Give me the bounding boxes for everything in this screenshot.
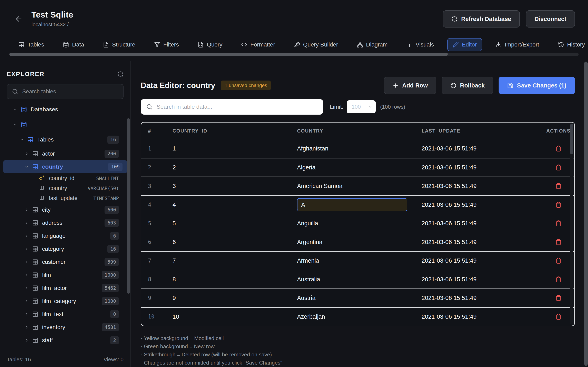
cell-country[interactable]: Austria	[297, 295, 422, 301]
tree-item-column-last-update[interactable]: last_updateTIMESTAMP	[0, 193, 130, 203]
delete-row-button[interactable]	[555, 164, 562, 171]
tab-diagram[interactable]: Diagram	[352, 38, 393, 51]
sidebar-scrollbar-thumb[interactable]	[127, 118, 130, 294]
rotate-ccw-icon	[450, 82, 457, 89]
delete-row-button[interactable]	[555, 295, 562, 301]
cell-last-update[interactable]: 2021-03-06 15:51:49	[422, 145, 546, 152]
tree-item-table-staff[interactable]: staff2	[0, 334, 130, 347]
table-row: 33American Samoa2021-03-06 15:51:49	[141, 176, 574, 195]
cell-country-id[interactable]: 1	[173, 145, 297, 152]
column-header-[interactable]: #	[148, 128, 173, 134]
tree-group-tables[interactable]: Tables16	[0, 132, 130, 147]
cell-country-id[interactable]: 7	[173, 257, 297, 264]
tab-query-builder[interactable]: Query Builder	[289, 38, 343, 51]
limit-select[interactable]: 100	[347, 100, 376, 113]
cell-country[interactable]: American Samoa	[297, 183, 422, 189]
cell-country[interactable]: Australia	[297, 276, 422, 283]
tree-item-table-address[interactable]: address603	[0, 216, 130, 229]
tab-filters[interactable]: Filters	[149, 38, 184, 51]
tree-item-table-inventory[interactable]: inventory4581	[0, 321, 130, 334]
cell-last-update[interactable]: 2021-03-06 15:51:49	[422, 183, 546, 189]
cell-last-update[interactable]: 2021-03-06 15:51:49	[422, 257, 546, 264]
delete-row-button[interactable]	[555, 314, 562, 320]
cell-edit-value: A	[301, 201, 305, 208]
disconnect-button[interactable]: Disconnect	[526, 10, 575, 27]
cell-country-id[interactable]: 4	[173, 201, 297, 208]
tab-tables[interactable]: Tables	[13, 38, 49, 51]
table-data-search-input[interactable]: Search in table data...	[141, 99, 323, 115]
add-row-button[interactable]: Add Row	[384, 77, 437, 94]
tab-editor[interactable]: Editor	[447, 38, 482, 51]
cell-country[interactable]: Armenia	[297, 257, 422, 264]
tree-item-table-actor[interactable]: actor200	[0, 147, 130, 160]
cell-country-id[interactable]: 6	[173, 239, 297, 245]
delete-row-button[interactable]	[555, 258, 562, 264]
delete-row-button[interactable]	[555, 239, 562, 245]
cell-country[interactable]: Algeria	[297, 164, 422, 171]
tree-item-table-customer[interactable]: customer599	[0, 256, 130, 268]
cell-country-id[interactable]: 5	[173, 220, 297, 227]
column-header-country[interactable]: COUNTRY	[297, 128, 422, 134]
cell-country-id[interactable]: 8	[173, 276, 297, 283]
cell-last-update[interactable]: 2021-03-06 15:51:49	[422, 313, 546, 320]
tab-history[interactable]: History	[553, 38, 588, 51]
topbar-actions: Refresh Database Disconnect	[443, 10, 575, 27]
delete-row-button[interactable]	[555, 202, 562, 208]
cell-last-update[interactable]: 2021-03-06 15:51:49	[422, 201, 546, 208]
tree-item-table-film-actor[interactable]: film_actor5462	[0, 282, 130, 295]
refresh-database-button[interactable]: Refresh Database	[443, 10, 520, 27]
tab-data[interactable]: Data	[58, 38, 89, 51]
tree-item-table-film-category[interactable]: film_category1000	[0, 295, 130, 308]
row-count-badge: 0	[110, 310, 119, 318]
table-scrollbar-thumb[interactable]	[570, 124, 573, 154]
row-number: 9	[148, 295, 173, 301]
tab-visuals[interactable]: Visuals	[401, 38, 439, 51]
delete-row-button[interactable]	[555, 276, 562, 283]
chevron-right-icon	[25, 247, 29, 251]
tree-item-table-film-text[interactable]: film_text0	[0, 308, 130, 321]
column-header-actions[interactable]: ACTIONS	[546, 128, 571, 134]
cell-country[interactable]: Afghanistan	[297, 145, 422, 152]
tree-item-databases[interactable]: Databases	[0, 105, 130, 117]
delete-row-button[interactable]	[555, 220, 562, 226]
cell-country-id[interactable]: 9	[173, 295, 297, 301]
tree-item-column-country[interactable]: countryVARCHAR(50)	[0, 183, 130, 193]
save-changes-button[interactable]: Save Changes (1)	[499, 77, 575, 94]
cell-edit-input[interactable]: A	[297, 198, 407, 211]
cell-country[interactable]: A	[297, 198, 422, 211]
cell-last-update[interactable]: 2021-03-06 15:51:49	[422, 239, 546, 245]
cell-country-id[interactable]: 2	[173, 164, 297, 171]
page-scrollbar[interactable]	[584, 62, 588, 366]
explorer-refresh-icon[interactable]	[117, 71, 123, 77]
tab-scrollbar-thumb[interactable]	[9, 53, 448, 56]
tab-import-export[interactable]: Import/Export	[490, 38, 544, 51]
cell-last-update[interactable]: 2021-03-06 15:51:49	[422, 164, 546, 171]
cell-country[interactable]: Argentina	[297, 239, 422, 245]
delete-row-button[interactable]	[555, 145, 562, 152]
column-header-country-id[interactable]: COUNTRY_ID	[173, 128, 297, 134]
rollback-button[interactable]: Rollback	[442, 77, 493, 94]
tree-item-database[interactable]	[0, 117, 130, 132]
tree-item-table-category[interactable]: category16	[0, 242, 130, 256]
cell-last-update[interactable]: 2021-03-06 15:51:49	[422, 220, 546, 227]
column-header-last-update[interactable]: LAST_UPDATE	[422, 128, 546, 134]
tree-item-table-city[interactable]: city600	[0, 203, 130, 216]
tree-item-table-country[interactable]: country109	[3, 160, 127, 173]
cell-country[interactable]: Azerbaijan	[297, 313, 422, 320]
delete-row-button[interactable]	[555, 183, 562, 189]
tab-formatter[interactable]: Formatter	[236, 38, 280, 51]
cell-last-update[interactable]: 2021-03-06 15:51:49	[422, 276, 546, 283]
tab-query[interactable]: Query	[192, 38, 228, 51]
cell-country-id[interactable]: 3	[173, 183, 297, 189]
tree-item-table-film[interactable]: film1000	[0, 268, 130, 282]
tree-item-label: Tables	[37, 136, 54, 143]
cell-country[interactable]: Anguilla	[297, 220, 422, 227]
search-tables-input[interactable]: Search tables...	[7, 84, 123, 99]
tree-item-table-language[interactable]: language6	[0, 229, 130, 242]
tab-label: Import/Export	[505, 42, 539, 48]
cell-last-update[interactable]: 2021-03-06 15:51:49	[422, 295, 546, 301]
cell-country-id[interactable]: 10	[173, 313, 297, 320]
tree-item-column-country-id[interactable]: country_idSMALLINT	[0, 173, 130, 183]
back-button[interactable]	[15, 15, 24, 24]
tab-structure[interactable]: Structure	[98, 38, 141, 51]
